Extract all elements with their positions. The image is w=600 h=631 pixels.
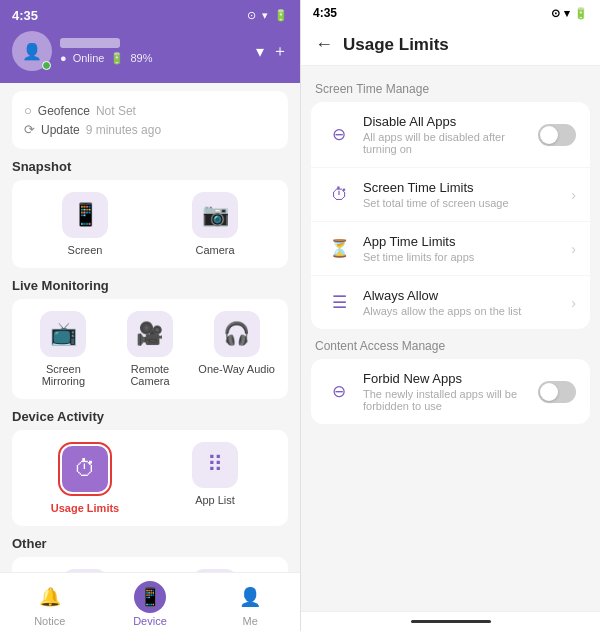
forbid-new-apps-title: Forbid New Apps xyxy=(363,371,528,386)
screen-time-card: ⊖ Disable All Apps All apps will be disa… xyxy=(311,102,590,329)
device-activity-card: ⏱ Usage Limits ⠿ App List xyxy=(12,430,288,526)
sim-icon: ⊙ xyxy=(247,9,256,22)
always-allow-text: Always Allow Always allow the apps on th… xyxy=(363,288,561,317)
snapshot-grid: 📱 Screen 📷 Camera xyxy=(24,192,276,256)
screen-time-limits-title: Screen Time Limits xyxy=(363,180,561,195)
right-sim-icon: ⊙ xyxy=(551,7,560,20)
feature-one-way-audio[interactable]: 🎧 One-Way Audio xyxy=(197,311,276,387)
remote-camera-icon: 🎥 xyxy=(127,311,173,357)
forbid-new-apps-icon: ⊖ xyxy=(325,378,353,406)
other-card: 💡 Find Child's App 🔔 Check Permissions xyxy=(12,557,288,572)
right-wifi-icon: ▾ xyxy=(564,7,570,20)
nav-device[interactable]: 📱 Device xyxy=(133,581,167,627)
right-status-bar: 4:35 ⊙ ▾ 🔋 xyxy=(301,0,600,24)
avatar-area: 👤 ● Online 🔋 89% xyxy=(12,31,152,71)
screen-mirroring-label: Screen Mirroring xyxy=(24,363,103,387)
update-icon: ⟳ xyxy=(24,122,35,137)
forbid-new-apps-row: ⊖ Forbid New Apps The newly installed ap… xyxy=(311,359,590,424)
chevron-down-icon[interactable]: ▾ xyxy=(256,42,264,61)
online-dot xyxy=(42,61,51,70)
app-time-limits-icon: ⏳ xyxy=(325,235,353,263)
device-nav-icon: 📱 xyxy=(134,581,166,613)
left-panel: 4:35 ⊙ ▾ 🔋 👤 ● Online 🔋 xyxy=(0,0,300,631)
camera-icon-wrap: 📷 xyxy=(192,192,238,238)
left-time: 4:35 xyxy=(12,8,38,23)
feature-camera[interactable]: 📷 Camera xyxy=(154,192,276,256)
feature-usage-limits[interactable]: ⏱ Usage Limits xyxy=(24,442,146,514)
user-info: ● Online 🔋 89% xyxy=(60,38,152,65)
geofence-value: Not Set xyxy=(96,104,136,118)
content-access-section-header: Content Access Manage xyxy=(315,339,586,353)
disable-all-title: Disable All Apps xyxy=(363,114,528,129)
nav-notice[interactable]: 🔔 Notice xyxy=(34,581,66,627)
always-allow-chevron: › xyxy=(571,295,576,311)
feature-screen-mirroring[interactable]: 📺 Screen Mirroring xyxy=(24,311,103,387)
geofence-icon: ○ xyxy=(24,103,32,118)
snapshot-section-title: Snapshot xyxy=(12,159,288,174)
info-card: ○ Geofence Not Set ⟳ Update 9 minutes ag… xyxy=(12,91,288,149)
nav-me[interactable]: 👤 Me xyxy=(234,581,266,627)
app-list-label: App List xyxy=(195,494,235,506)
battery-percent: 89% xyxy=(130,52,152,64)
usage-limits-selected-border: ⏱ xyxy=(58,442,112,496)
back-arrow-button[interactable]: ← xyxy=(315,34,333,55)
left-status-bar: 4:35 ⊙ ▾ 🔋 xyxy=(12,8,288,23)
usage-limits-label: Usage Limits xyxy=(51,502,119,514)
notice-nav-label: Notice xyxy=(34,615,65,627)
right-battery-icon: 🔋 xyxy=(574,7,588,20)
header-actions: ▾ ＋ xyxy=(256,41,288,62)
battery-value: 🔋 xyxy=(110,52,124,65)
feature-screen[interactable]: 📱 Screen xyxy=(24,192,146,256)
user-name-placeholder xyxy=(60,38,120,48)
bottom-indicator xyxy=(411,620,491,623)
disable-all-row: ⊖ Disable All Apps All apps will be disa… xyxy=(311,102,590,168)
app-time-limits-row[interactable]: ⏳ App Time Limits Set time limits for ap… xyxy=(311,222,590,276)
other-section-title: Other xyxy=(12,536,288,551)
device-activity-section-title: Device Activity xyxy=(12,409,288,424)
left-content: ○ Geofence Not Set ⟳ Update 9 minutes ag… xyxy=(0,83,300,572)
online-dot-label: ● xyxy=(60,52,67,64)
always-allow-row[interactable]: ☰ Always Allow Always allow the apps on … xyxy=(311,276,590,329)
app-list-icon: ⠿ xyxy=(192,442,238,488)
right-title: Usage Limits xyxy=(343,35,449,55)
right-panel: 4:35 ⊙ ▾ 🔋 ← Usage Limits Screen Time Ma… xyxy=(300,0,600,631)
avatar: 👤 xyxy=(12,31,52,71)
notice-nav-icon: 🔔 xyxy=(34,581,66,613)
disable-all-toggle[interactable] xyxy=(538,124,576,146)
me-nav-label: Me xyxy=(243,615,258,627)
bottom-nav: 🔔 Notice 📱 Device 👤 Me xyxy=(0,572,300,631)
left-header: 4:35 ⊙ ▾ 🔋 👤 ● Online 🔋 xyxy=(0,0,300,83)
update-row: ⟳ Update 9 minutes ago xyxy=(24,122,276,137)
remote-camera-label: Remote Camera xyxy=(111,363,190,387)
feature-app-list[interactable]: ⠿ App List xyxy=(154,442,276,514)
screen-time-limits-chevron: › xyxy=(571,187,576,203)
always-allow-title: Always Allow xyxy=(363,288,561,303)
screen-mirroring-icon: 📺 xyxy=(40,311,86,357)
geofence-label: Geofence xyxy=(38,104,90,118)
app-time-limits-sub: Set time limits for apps xyxy=(363,251,561,263)
usage-limits-icon: ⏱ xyxy=(62,446,108,492)
plus-button[interactable]: ＋ xyxy=(272,41,288,62)
right-status-icons: ⊙ ▾ 🔋 xyxy=(551,7,588,20)
left-status-icons: ⊙ ▾ 🔋 xyxy=(247,9,288,22)
app-time-limits-chevron: › xyxy=(571,241,576,257)
snapshot-card: 📱 Screen 📷 Camera xyxy=(12,180,288,268)
screen-icon-wrap: 📱 xyxy=(62,192,108,238)
online-battery: ● Online 🔋 89% xyxy=(60,52,152,65)
feature-remote-camera[interactable]: 🎥 Remote Camera xyxy=(111,311,190,387)
live-monitoring-section-title: Live Monitoring xyxy=(12,278,288,293)
user-row: 👤 ● Online 🔋 89% ▾ ＋ xyxy=(12,31,288,71)
forbid-new-apps-toggle[interactable] xyxy=(538,381,576,403)
geofence-row: ○ Geofence Not Set xyxy=(24,103,276,118)
screen-time-limits-row[interactable]: ⏱ Screen Time Limits Set total time of s… xyxy=(311,168,590,222)
right-time: 4:35 xyxy=(313,6,337,20)
disable-all-icon: ⊖ xyxy=(325,121,353,149)
screen-time-limits-text: Screen Time Limits Set total time of scr… xyxy=(363,180,561,209)
right-header: ← Usage Limits xyxy=(301,24,600,66)
camera-label: Camera xyxy=(195,244,234,256)
wifi-icon: ▾ xyxy=(262,9,268,22)
app-time-limits-title: App Time Limits xyxy=(363,234,561,249)
live-monitoring-grid: 📺 Screen Mirroring 🎥 Remote Camera 🎧 One… xyxy=(24,311,276,387)
forbid-new-apps-text: Forbid New Apps The newly installed apps… xyxy=(363,371,528,412)
always-allow-sub: Always allow the apps on the list xyxy=(363,305,561,317)
